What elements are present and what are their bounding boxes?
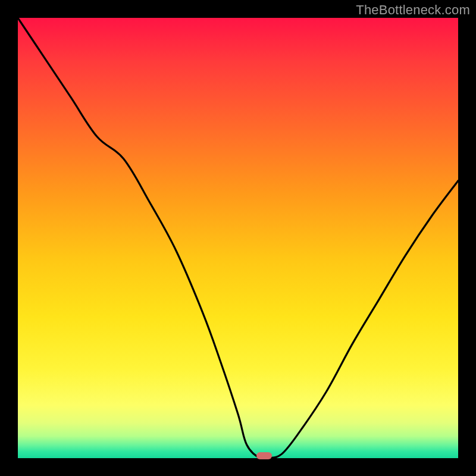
chart-frame: TheBottleneck.com xyxy=(0,0,476,476)
optimal-marker xyxy=(256,452,272,459)
plot-area xyxy=(18,18,458,458)
watermark-text: TheBottleneck.com xyxy=(356,2,470,18)
bottleneck-curve xyxy=(18,18,458,458)
